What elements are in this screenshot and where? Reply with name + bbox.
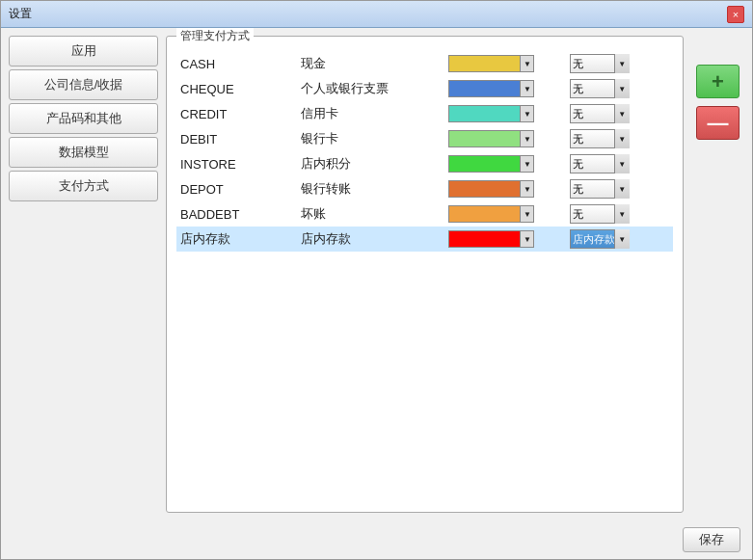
group-box: 管理支付方式 CASH现金▼无店内存款▼CHEQUE个人或银行支票▼无店内存款▼… (166, 36, 684, 513)
sidebar-item-products[interactable]: 产品码和其他 (9, 103, 158, 134)
content-area: 应用 公司信息/收据 产品码和其他 数据模型 支付方式 管理支付方式 CASH现… (1, 28, 752, 520)
payment-name: 个人或银行支票 (297, 76, 444, 101)
payment-code: CASH (176, 51, 297, 76)
dropdown-cell: 无店内存款▼ (566, 76, 673, 101)
payment-type-select[interactable]: 无店内存款 (570, 129, 630, 148)
payment-type-select[interactable]: 无店内存款 (570, 154, 630, 173)
dropdown-cell: 无店内存款▼ (566, 201, 673, 227)
dropdown-wrapper: 无店内存款▼ (570, 104, 630, 123)
color-swatch[interactable] (448, 205, 521, 223)
main-panel: 管理支付方式 CASH现金▼无店内存款▼CHEQUE个人或银行支票▼无店内存款▼… (166, 36, 684, 513)
payment-name: 店内积分 (297, 151, 444, 176)
table-row: INSTORE店内积分▼无店内存款▼ (176, 151, 673, 176)
payment-table: CASH现金▼无店内存款▼CHEQUE个人或银行支票▼无店内存款▼CREDIT信… (176, 51, 673, 252)
color-swatch[interactable] (448, 180, 521, 198)
payment-type-select[interactable]: 无店内存款 (570, 54, 630, 73)
payment-code: 店内存款 (176, 227, 297, 252)
table-row: CHEQUE个人或银行支票▼无店内存款▼ (176, 76, 673, 101)
color-dropdown-arrow[interactable]: ▼ (521, 105, 534, 122)
table-row: 店内存款店内存款▼无店内存款▼ (176, 227, 673, 252)
dropdown-wrapper: 无店内存款▼ (570, 179, 630, 199)
sidebar-item-payment[interactable]: 支付方式 (9, 171, 158, 201)
color-dropdown-arrow[interactable]: ▼ (521, 230, 534, 248)
group-label: 管理支付方式 (176, 28, 254, 44)
color-dropdown-arrow[interactable]: ▼ (521, 80, 534, 97)
dropdown-cell: 无店内存款▼ (566, 176, 673, 201)
color-cell: ▼ (444, 76, 565, 101)
color-cell: ▼ (444, 227, 565, 252)
dropdown-cell: 无店内存款▼ (566, 101, 673, 126)
payment-type-select[interactable]: 无店内存款 (570, 104, 630, 123)
payment-code: BADDEBT (176, 201, 297, 227)
sidebar: 应用 公司信息/收据 产品码和其他 数据模型 支付方式 (9, 36, 158, 513)
table-row: CASH现金▼无店内存款▼ (176, 51, 673, 76)
table-container: CASH现金▼无店内存款▼CHEQUE个人或银行支票▼无店内存款▼CREDIT信… (176, 51, 673, 252)
color-cell: ▼ (444, 51, 565, 76)
dropdown-wrapper: 无店内存款▼ (570, 154, 630, 173)
sidebar-item-company[interactable]: 公司信息/收据 (9, 69, 158, 100)
color-dropdown-arrow[interactable]: ▼ (521, 130, 534, 147)
add-button[interactable]: + (696, 65, 740, 98)
color-swatch[interactable] (448, 230, 521, 248)
color-cell: ▼ (444, 176, 565, 201)
color-dropdown-arrow[interactable]: ▼ (521, 180, 534, 198)
dropdown-wrapper: 无店内存款▼ (570, 204, 630, 224)
payment-code: CHEQUE (176, 76, 297, 101)
color-swatch[interactable] (448, 105, 521, 122)
main-window: 设置 × 应用 公司信息/收据 产品码和其他 数据模型 支付方式 管理支付方式 … (0, 0, 753, 560)
color-dropdown-arrow[interactable]: ▼ (521, 155, 534, 173)
table-row: DEBIT银行卡▼无店内存款▼ (176, 126, 673, 151)
dropdown-wrapper: 无店内存款▼ (570, 54, 630, 73)
right-buttons: + — (691, 36, 744, 513)
sidebar-item-data-model[interactable]: 数据模型 (9, 137, 158, 168)
color-dropdown-arrow[interactable]: ▼ (521, 55, 534, 72)
table-row: CREDIT信用卡▼无店内存款▼ (176, 101, 673, 126)
color-swatch[interactable] (448, 130, 521, 147)
save-button[interactable]: 保存 (683, 527, 740, 552)
dropdown-cell: 无店内存款▼ (566, 126, 673, 151)
title-bar: 设置 × (1, 1, 752, 28)
color-cell: ▼ (444, 126, 565, 151)
payment-code: DEPOT (176, 176, 297, 201)
payment-name: 坏账 (297, 201, 444, 227)
color-swatch[interactable] (448, 155, 521, 173)
payment-name: 店内存款 (297, 227, 444, 252)
bottom-bar: 保存 (1, 520, 752, 559)
payment-type-select[interactable]: 无店内存款 (570, 79, 630, 98)
table-row: BADDEBT坏账▼无店内存款▼ (176, 201, 673, 227)
payment-type-select[interactable]: 无店内存款 (570, 229, 630, 249)
color-dropdown-arrow[interactable]: ▼ (521, 205, 534, 223)
dropdown-cell: 无店内存款▼ (566, 151, 673, 176)
color-swatch[interactable] (448, 80, 521, 97)
payment-name: 现金 (297, 51, 444, 76)
payment-type-select[interactable]: 无店内存款 (570, 179, 630, 199)
dropdown-wrapper: 无店内存款▼ (570, 229, 630, 249)
remove-button[interactable]: — (696, 106, 740, 140)
payment-code: INSTORE (176, 151, 297, 176)
payment-name: 银行转账 (297, 176, 444, 201)
color-swatch[interactable] (448, 55, 521, 72)
dropdown-wrapper: 无店内存款▼ (570, 129, 630, 148)
table-row: DEPOT银行转账▼无店内存款▼ (176, 176, 673, 201)
close-button[interactable]: × (727, 6, 744, 23)
color-cell: ▼ (444, 101, 565, 126)
window-title: 设置 (9, 6, 32, 22)
payment-code: CREDIT (176, 101, 297, 126)
payment-code: DEBIT (176, 126, 297, 151)
dropdown-cell: 无店内存款▼ (566, 227, 673, 252)
color-cell: ▼ (444, 201, 565, 227)
color-cell: ▼ (444, 151, 565, 176)
payment-type-select[interactable]: 无店内存款 (570, 204, 630, 224)
payment-name: 信用卡 (297, 101, 444, 126)
dropdown-wrapper: 无店内存款▼ (570, 79, 630, 98)
sidebar-item-apply[interactable]: 应用 (9, 36, 158, 67)
dropdown-cell: 无店内存款▼ (566, 51, 673, 76)
payment-name: 银行卡 (297, 126, 444, 151)
